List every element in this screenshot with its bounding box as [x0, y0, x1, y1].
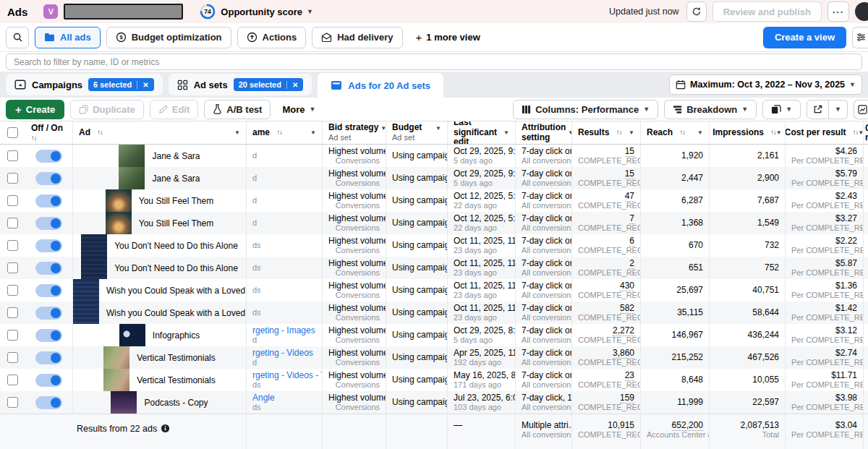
- adset-name-link[interactable]: Angle: [252, 393, 316, 403]
- profile-avatar[interactable]: [855, 2, 868, 21]
- chevron-down-icon[interactable]: ▼: [234, 129, 240, 136]
- ad-name-link[interactable]: Jane & Sara: [152, 151, 200, 161]
- tab-ad-sets[interactable]: Ad sets 20 selected✕: [169, 74, 312, 95]
- results-value[interactable]: 15: [578, 146, 634, 156]
- ad-toggle[interactable]: [35, 150, 62, 163]
- breakdown-button[interactable]: Breakdown ▼: [664, 100, 757, 119]
- view-tab-budget-optimization[interactable]: $ Budget optimization: [106, 27, 231, 48]
- row-checkbox[interactable]: [7, 150, 18, 161]
- results-value[interactable]: 582: [578, 303, 634, 313]
- ad-name-link[interactable]: Podcasts - Copy: [144, 398, 208, 408]
- charts-button[interactable]: [854, 100, 868, 119]
- opportunity-score-control[interactable]: 74 Opportunity score ▼: [199, 3, 313, 20]
- date-range-selector[interactable]: Maximum: Oct 3, 2022 – Nov 3, 2025 ▼: [669, 74, 862, 95]
- ad-toggle[interactable]: [35, 396, 62, 409]
- account-avatar-badge[interactable]: V: [43, 4, 58, 19]
- more-options-button[interactable]: ···: [827, 1, 849, 22]
- column-header-cost-per-result[interactable]: Cost per result ↑↓: [785, 128, 858, 138]
- row-checkbox[interactable]: [7, 195, 18, 206]
- columns-performance-button[interactable]: Columns: Performance ▼: [513, 100, 658, 119]
- ad-name-link[interactable]: Wish you Could Speak with a Loved One: [106, 286, 246, 296]
- ad-name-link[interactable]: Vertical Testimonials: [137, 375, 216, 385]
- row-checkbox[interactable]: [7, 218, 18, 228]
- ad-name-link[interactable]: Wish you Could Speak with a Loved One: [106, 308, 246, 318]
- results-value[interactable]: 3,860: [578, 348, 634, 358]
- ad-name-link[interactable]: You Don't Need to Do this Alone: [114, 241, 238, 251]
- chevron-down-icon[interactable]: ▼: [629, 129, 634, 136]
- ad-toggle[interactable]: [35, 239, 62, 252]
- results-value[interactable]: 430: [578, 281, 634, 291]
- close-icon[interactable]: ✕: [137, 81, 148, 89]
- column-header-off-on[interactable]: Off / On: [31, 124, 67, 134]
- ad-toggle[interactable]: [35, 172, 62, 185]
- create-a-view-button[interactable]: Create a view: [763, 27, 846, 48]
- refresh-button[interactable]: [686, 1, 707, 22]
- results-value[interactable]: 6: [578, 236, 634, 246]
- view-tab-had-delivery[interactable]: Had delivery: [312, 27, 402, 48]
- chevron-down-icon[interactable]: ▼: [776, 129, 782, 136]
- chevron-down-icon[interactable]: ▼: [310, 129, 316, 136]
- results-value[interactable]: 15: [578, 168, 634, 179]
- results-value[interactable]: 23: [578, 370, 634, 380]
- results-value[interactable]: 7: [578, 213, 634, 223]
- duplicate-button[interactable]: Duplicate: [70, 100, 144, 119]
- view-search-button[interactable]: [6, 27, 29, 48]
- campaigns-selected-badge[interactable]: 6 selected✕: [88, 78, 154, 91]
- more-menu-button[interactable]: More ▼: [276, 104, 321, 115]
- tab-ads[interactable]: Ads for 20 Ad sets: [318, 73, 443, 98]
- info-icon[interactable]: [161, 424, 170, 433]
- ad-name-link[interactable]: Jane & Sara: [152, 174, 200, 184]
- column-header-attribution[interactable]: Attribution setting▼: [522, 123, 566, 143]
- adsets-selected-badge[interactable]: 20 selected✕: [234, 78, 304, 91]
- column-header-bid-strategy[interactable]: Bid strategy▼: [328, 123, 380, 133]
- column-header-results[interactable]: Results ↑↓: [578, 128, 621, 138]
- chevron-down-icon[interactable]: ▼: [697, 129, 703, 136]
- chevron-down-icon[interactable]: ▼: [858, 129, 863, 136]
- column-header-ad[interactable]: Ad ↑↓: [79, 128, 103, 138]
- ad-name-link[interactable]: You Still Feel Them: [139, 196, 213, 206]
- ad-toggle[interactable]: [35, 217, 62, 230]
- create-button[interactable]: + Create: [6, 100, 64, 119]
- row-checkbox[interactable]: [7, 262, 18, 273]
- adset-name-link[interactable]: rgeting - Videos: [252, 348, 316, 358]
- ad-name-link[interactable]: You Don't Need to Do this Alone: [114, 263, 238, 273]
- ad-toggle[interactable]: [35, 262, 62, 275]
- row-checkbox[interactable]: [7, 285, 18, 296]
- row-checkbox[interactable]: [7, 307, 18, 318]
- select-all-checkbox[interactable]: [7, 127, 18, 138]
- ad-toggle[interactable]: [35, 374, 62, 387]
- ad-name-link[interactable]: You Still Feel Them: [139, 218, 213, 228]
- results-value[interactable]: 2: [578, 258, 634, 268]
- row-checkbox[interactable]: [7, 352, 18, 363]
- export-button[interactable]: [807, 100, 829, 119]
- view-tab-all-ads[interactable]: All ads: [35, 27, 101, 48]
- results-value[interactable]: 159: [578, 393, 634, 403]
- row-checkbox[interactable]: [7, 397, 18, 408]
- column-header-reach[interactable]: Reach ↑↓: [647, 128, 685, 138]
- column-header-quality-clipped[interactable]: Q: [865, 124, 868, 133]
- ad-name-link[interactable]: Vertical Testimonials: [137, 353, 216, 363]
- row-checkbox[interactable]: [7, 173, 18, 184]
- ab-test-button[interactable]: A/B test: [204, 100, 271, 119]
- ad-toggle[interactable]: [35, 194, 62, 208]
- column-header-impressions[interactable]: Impressions ↑↓: [712, 128, 776, 138]
- view-tab-actions[interactable]: Actions: [237, 27, 307, 48]
- view-settings-button[interactable]: [852, 27, 868, 48]
- adset-name-link[interactable]: rgeting - Videos - T…: [252, 370, 316, 380]
- results-value[interactable]: 47: [578, 191, 634, 201]
- ad-toggle[interactable]: [35, 284, 62, 297]
- edit-button[interactable]: Edit: [150, 100, 199, 119]
- row-checkbox[interactable]: [7, 240, 18, 251]
- reports-button[interactable]: ▼: [762, 100, 801, 119]
- tab-campaigns[interactable]: Campaigns 6 selected✕: [6, 74, 163, 95]
- summary-reach[interactable]: 652,200: [647, 420, 703, 430]
- ad-name-link[interactable]: Infographics: [153, 330, 200, 341]
- review-and-publish-button[interactable]: Review and publish: [712, 1, 822, 22]
- row-checkbox[interactable]: [7, 375, 18, 385]
- adset-name-link[interactable]: rgeting - Images: [252, 325, 316, 335]
- account-selector-redacted[interactable]: [64, 4, 183, 20]
- ad-toggle[interactable]: [35, 329, 62, 342]
- column-header-last-edit[interactable]: Last significant edit▼: [454, 121, 509, 144]
- results-value[interactable]: 2,272: [578, 325, 634, 335]
- ad-toggle[interactable]: [35, 307, 62, 320]
